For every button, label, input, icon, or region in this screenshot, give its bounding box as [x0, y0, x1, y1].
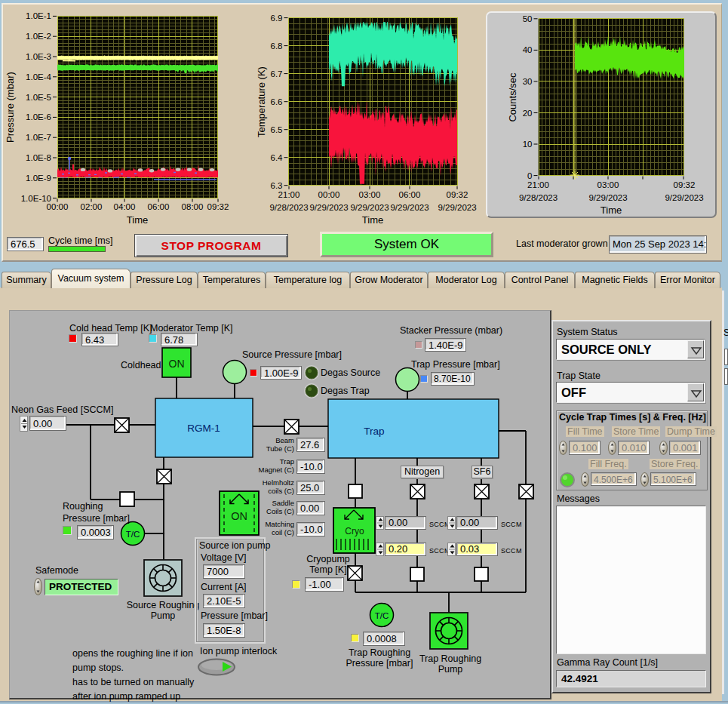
svg-text:Trap: Trap — [364, 426, 384, 437]
svg-text:ON: ON — [169, 358, 185, 370]
svg-text:T/C: T/C — [375, 611, 389, 620]
svg-text:Cryo: Cryo — [345, 526, 364, 536]
svg-text:RGM-1: RGM-1 — [187, 423, 220, 434]
svg-text:T/C: T/C — [126, 530, 140, 539]
